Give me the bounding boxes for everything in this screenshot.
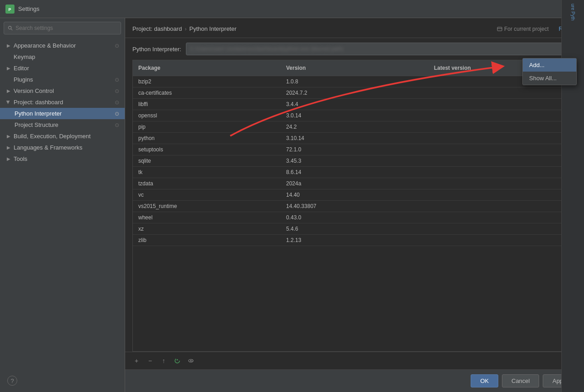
copy-icon: ⊙ (115, 111, 119, 117)
copy-icon: ⊙ (115, 88, 119, 94)
package-latest (428, 189, 576, 200)
sidebar-item-label: Tools (14, 155, 27, 162)
table-toolbar: + − ↑ (125, 352, 584, 369)
interpreter-label: Python Interpreter: (132, 46, 181, 53)
sidebar-item-label: Python Interpreter (15, 110, 62, 117)
package-latest (428, 167, 576, 178)
sidebar: ▶ Appearance & Behavior ⊙ ▶ Keymap ▶ Edi… (0, 18, 125, 392)
package-name: wheel (133, 212, 281, 223)
breadcrumb-separator: › (185, 25, 186, 32)
package-version: 2024a (281, 178, 428, 189)
package-version: 3.45.3 (281, 155, 428, 166)
content-area: Project: dashboard › Python Interpreter … (125, 18, 584, 392)
package-name: tk (133, 167, 281, 178)
package-latest (428, 121, 576, 132)
refresh-icon (174, 358, 180, 364)
eye-icon (188, 358, 194, 364)
package-name: xz (133, 223, 281, 234)
sidebar-item-vcs[interactable]: ▶ Version Control ⊙ (0, 85, 125, 97)
update-package-button[interactable]: ↑ (158, 355, 170, 367)
package-version: 0.43.0 (281, 212, 428, 223)
svg-line-3 (11, 29, 12, 30)
table-body: bzip2 1.0.8 ca-certificates 2024.7.2 lib… (133, 76, 576, 351)
interpreter-select[interactable]: C:/Users/user/.conda/envs/dashboard/pyth… (186, 43, 577, 55)
sidebar-item-plugins[interactable]: ▶ Plugins ⊙ (0, 74, 125, 85)
titlebar: P Settings ✕ (0, 0, 584, 18)
package-latest (428, 144, 576, 155)
copy-icon: ⊙ (115, 77, 119, 83)
sidebar-item-label: Keymap (14, 53, 35, 60)
expand-arrow-icon: ▶ (5, 133, 12, 140)
expand-arrow-icon: ▶ (5, 145, 12, 151)
sidebar-item-label: Project Structure (15, 121, 58, 128)
table-row: zlib 1.2.13 (133, 235, 576, 246)
sidebar-nav: ▶ Appearance & Behavior ⊙ ▶ Keymap ▶ Edi… (0, 38, 125, 369)
search-input[interactable] (15, 25, 117, 31)
sidebar-item-label: Appearance & Behavior (14, 42, 76, 49)
package-version: 3.10.14 (281, 133, 428, 144)
remove-package-button[interactable]: − (144, 355, 156, 367)
package-version: 3.0.14 (281, 110, 428, 121)
package-name: pip (133, 121, 281, 132)
eye-button[interactable] (185, 355, 197, 367)
package-version: 14.40 (281, 189, 428, 200)
col-version: Version (281, 63, 428, 73)
package-latest (428, 99, 576, 110)
package-version: 72.1.0 (281, 144, 428, 155)
interpreter-wrapper: Python Interpreter: C:/Users/user/.conda… (125, 38, 584, 60)
dropdown-add-item[interactable]: Add... (523, 58, 576, 72)
table-row: python 3.10.14 (133, 133, 576, 144)
table-row: wheel 0.43.0 (133, 212, 576, 223)
package-name: setuptools (133, 144, 281, 155)
table-row: sqlite 3.45.3 (133, 155, 576, 167)
breadcrumb-current: Python Interpreter (189, 25, 236, 32)
package-latest (428, 155, 576, 166)
breadcrumb: Project: dashboard › Python Interpreter (132, 25, 490, 32)
table-row: bzip2 1.0.8 (133, 76, 576, 87)
package-name: openssl (133, 110, 281, 121)
table-row: ca-certificates 2024.7.2 (133, 87, 576, 99)
ok-button[interactable]: OK (471, 374, 498, 387)
project-icon (497, 26, 502, 32)
expand-arrow-icon: ▶ (5, 88, 12, 94)
package-latest (428, 212, 576, 223)
sidebar-item-project-structure[interactable]: Project Structure ⊙ (0, 119, 125, 131)
breadcrumb-project: Project: dashboard (132, 25, 182, 32)
svg-point-8 (190, 360, 192, 362)
sidebar-item-editor[interactable]: ▶ Editor (0, 63, 125, 74)
package-latest (428, 178, 576, 189)
app-icon: P (5, 5, 15, 14)
package-version: 2024.7.2 (281, 87, 428, 98)
sidebar-item-languages[interactable]: ▶ Languages & Frameworks (0, 142, 125, 153)
sidebar-item-build[interactable]: ▶ Build, Execution, Deployment (0, 131, 125, 142)
sidebar-item-label: Build, Execution, Deployment (14, 133, 91, 140)
sidebar-item-tools[interactable]: ▶ Tools (0, 153, 125, 165)
add-package-button[interactable]: + (131, 355, 142, 367)
search-box[interactable] (4, 22, 121, 34)
sidebar-item-project[interactable]: ▶ Project: dashboard ⊙ (0, 97, 125, 108)
dropdown-showall-item[interactable]: Show All... (523, 72, 576, 85)
table-row: libffi 3.4.4 (133, 99, 576, 110)
interpreter-path: C:/Users/user/.conda/envs/dashboard/pyth… (190, 46, 563, 52)
search-icon (8, 25, 13, 31)
package-latest (428, 110, 576, 121)
package-name: bzip2 (133, 76, 281, 87)
table-row: openssl 3.0.14 (133, 110, 576, 121)
expand-arrow-icon: ▶ (5, 99, 12, 106)
sidebar-item-appearance[interactable]: ▶ Appearance & Behavior ⊙ (0, 40, 125, 51)
help-button[interactable]: ? (7, 376, 17, 386)
sidebar-item-label: Plugins (14, 76, 33, 83)
sidebar-item-python-interpreter[interactable]: Python Interpreter ⊙ (0, 108, 125, 119)
dropdown-add-label: Add... (529, 62, 545, 68)
table-row: xz 5.4.6 (133, 223, 576, 235)
table-row: tk 8.6.14 (133, 167, 576, 178)
package-name: tzdata (133, 178, 281, 189)
cancel-button[interactable]: Cancel (502, 374, 539, 387)
package-latest (428, 223, 576, 234)
packages-table: Package Version Latest version bzip2 1.0… (132, 60, 577, 352)
sidebar-item-keymap[interactable]: ▶ Keymap (0, 51, 125, 63)
package-name: sqlite (133, 155, 281, 166)
dropdown-menu: Add... Show All... (522, 58, 577, 85)
package-version: 1.0.8 (281, 76, 428, 87)
refresh-button[interactable] (171, 355, 183, 367)
